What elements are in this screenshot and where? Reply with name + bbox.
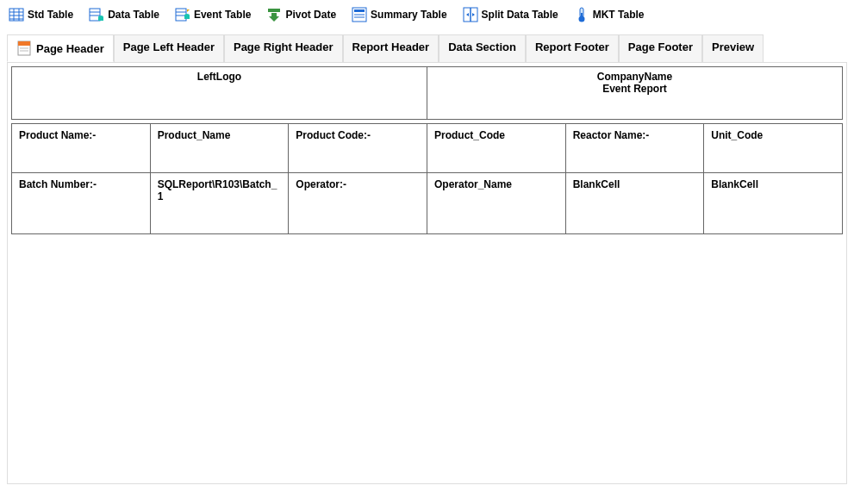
tab-label: Preview [712, 40, 754, 53]
arrow-down-green-icon [266, 7, 282, 22]
svg-rect-25 [581, 13, 583, 18]
tool-label: Split Data Table [482, 9, 558, 21]
tool-split-data-table[interactable]: Split Data Table [463, 7, 558, 22]
tool-label: MKT Table [593, 9, 645, 21]
header-row: LeftLogo CompanyName Event Report [11, 66, 843, 120]
tool-label: Pivot Date [285, 9, 336, 21]
tool-mkt-table[interactable]: MKT Table [574, 7, 645, 22]
cell-blank-2[interactable]: BlankCell [704, 173, 843, 234]
tab-label: Page Footer [628, 40, 693, 53]
cell-product-name-value[interactable]: Product_Name [150, 124, 289, 173]
table-row: Batch Number:- SQLReport\R103\Batch_1 Op… [12, 173, 843, 234]
tab-report-footer[interactable]: Report Footer [526, 34, 619, 62]
header-right-cell[interactable]: CompanyName Event Report [427, 67, 842, 119]
tab-bar: Page Header Page Left Header Page Right … [0, 34, 854, 62]
cell-operator-label[interactable]: Operator:- [289, 173, 427, 234]
left-logo-label: LeftLogo [19, 71, 420, 83]
report-title-label: Event Report [434, 83, 835, 95]
svg-rect-15 [184, 16, 190, 19]
tool-std-table[interactable]: Std Table [9, 7, 73, 22]
header-left-cell[interactable]: LeftLogo [12, 67, 427, 119]
tool-summary-table[interactable]: Summary Table [352, 7, 446, 22]
tab-label: Report Header [352, 40, 430, 53]
cell-blank-1[interactable]: BlankCell [565, 173, 704, 234]
tool-label: Data Table [108, 9, 159, 21]
split-icon [463, 7, 478, 22]
svg-rect-16 [268, 9, 280, 12]
tab-label: Page Right Header [234, 40, 333, 53]
tab-data-section[interactable]: Data Section [439, 34, 526, 62]
toolbar: Std Table Data Table Event Table Pivot D… [0, 0, 854, 34]
grid-teal-icon [89, 7, 104, 22]
cell-product-name-label[interactable]: Product Name:- [12, 124, 151, 173]
tab-label: Data Section [448, 40, 516, 53]
content-panel: LeftLogo CompanyName Event Report Produc… [7, 62, 847, 484]
tab-page-footer[interactable]: Page Footer [619, 34, 702, 62]
tab-label: Page Left Header [123, 40, 215, 53]
cell-operator-value[interactable]: Operator_Name [427, 173, 565, 234]
cell-batch-number-value[interactable]: SQLReport\R103\Batch_1 [150, 173, 289, 234]
svg-rect-18 [354, 9, 365, 12]
grid-teal-arrow-icon [175, 7, 190, 22]
tool-label: Event Table [194, 9, 251, 21]
summary-icon [352, 7, 367, 22]
tab-page-left-header[interactable]: Page Left Header [114, 34, 224, 62]
page-header-icon [16, 40, 32, 56]
tool-data-table[interactable]: Data Table [89, 7, 159, 22]
cell-unit-code-value[interactable]: Unit_Code [704, 124, 843, 173]
tool-label: Summary Table [371, 9, 446, 21]
tab-page-right-header[interactable]: Page Right Header [224, 34, 343, 62]
tab-label: Report Footer [535, 40, 609, 53]
cell-product-code-value[interactable]: Product_Code [427, 124, 565, 173]
tool-event-table[interactable]: Event Table [175, 7, 251, 22]
cell-reactor-name-label[interactable]: Reactor Name:- [565, 124, 704, 173]
company-name-label: CompanyName [434, 71, 835, 83]
tab-report-header[interactable]: Report Header [343, 34, 439, 62]
cell-product-code-label[interactable]: Product Code:- [289, 124, 427, 173]
svg-rect-10 [98, 17, 103, 21]
table-row: Product Name:- Product_Name Product Code… [12, 124, 843, 173]
cell-batch-number-label[interactable]: Batch Number:- [12, 173, 151, 234]
field-grid: Product Name:- Product_Name Product Code… [11, 123, 843, 234]
tab-page-header[interactable]: Page Header [7, 34, 114, 62]
thermometer-icon [574, 7, 589, 22]
tab-preview[interactable]: Preview [702, 34, 764, 62]
svg-rect-27 [18, 41, 30, 46]
tool-pivot-date[interactable]: Pivot Date [266, 7, 336, 22]
grid-icon [9, 7, 24, 22]
tab-label: Page Header [36, 42, 104, 55]
tool-label: Std Table [28, 9, 73, 21]
